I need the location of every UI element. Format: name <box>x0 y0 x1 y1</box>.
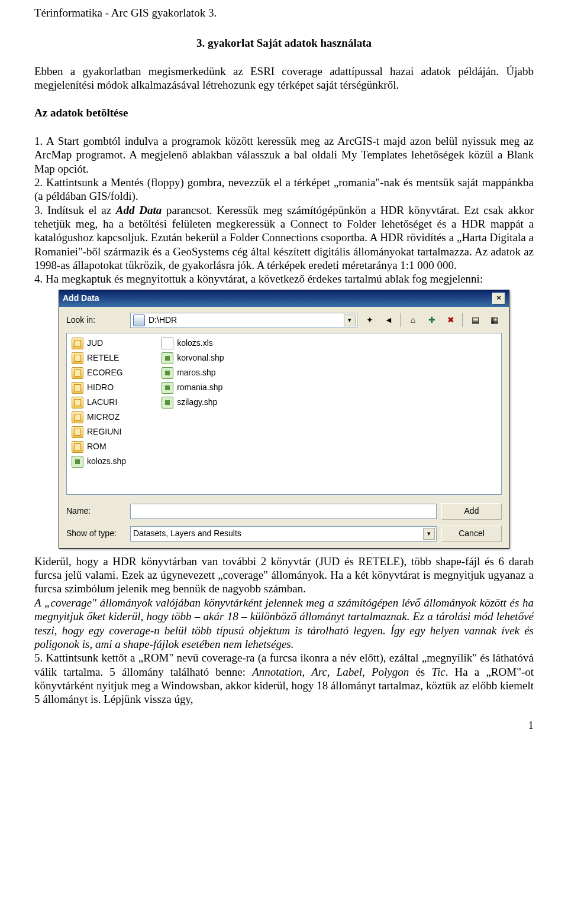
file-name: ROM <box>87 442 106 452</box>
coverage-tic: Tic <box>431 666 445 678</box>
home-icon[interactable]: ⌂ <box>405 313 421 328</box>
file-name: MICROZ <box>87 412 120 422</box>
exercise-title: 3. gyakorlat Saját adatok használata <box>34 36 534 50</box>
coverage-icon <box>72 426 83 438</box>
list-item[interactable]: LACURI <box>72 396 126 409</box>
list-item[interactable]: HIDRO <box>72 381 126 394</box>
file-name: korvonal.shp <box>177 353 224 363</box>
name-label: Name: <box>66 506 125 516</box>
dialog-title-text: Add Data <box>63 293 99 303</box>
file-name: RETELE <box>87 353 119 363</box>
lookin-value: D:\HDR <box>149 315 177 325</box>
disconnect-folder-icon[interactable]: ✖ <box>443 313 459 328</box>
shapefile-icon <box>72 456 83 468</box>
lookin-label: Look in: <box>66 315 125 325</box>
show-type-label: Show of type: <box>66 529 125 539</box>
paragraph-after-dialog: Kiderül, hogy a HDR könyvtárban van tová… <box>34 555 534 596</box>
list-item[interactable]: korvonal.shp <box>162 352 224 365</box>
dialog-titlebar: Add Data × <box>59 290 509 307</box>
file-name: kolozs.xls <box>177 338 213 348</box>
add-button[interactable]: Add <box>441 503 502 520</box>
list-item-4: 4. Ha megkaptuk és megnyitottuk a könyvt… <box>34 272 534 286</box>
coverage-icon <box>72 441 83 453</box>
list-item[interactable]: ROM <box>72 440 126 453</box>
list-view-icon[interactable]: ▤ <box>467 313 483 328</box>
list-item[interactable]: romania.shp <box>162 381 224 394</box>
coverage-icon <box>72 382 83 394</box>
show-type-value: Datasets, Layers and Results <box>133 529 241 539</box>
list-item[interactable]: szilagy.shp <box>162 396 224 409</box>
list-item-1: 1. A Start gombtól indulva a programok k… <box>34 134 534 176</box>
file-name: romania.shp <box>177 382 222 393</box>
list-item[interactable]: kolozs.xls <box>162 337 224 350</box>
cancel-button[interactable]: Cancel <box>441 526 502 542</box>
chevron-down-icon[interactable]: ▾ <box>423 528 435 540</box>
list-item[interactable]: REGIUNI <box>72 426 126 439</box>
shapefile-icon <box>162 397 173 408</box>
section-heading: Az adatok betöltése <box>34 106 534 119</box>
file-name: szilagy.shp <box>177 397 217 407</box>
list-item[interactable]: ECOREG <box>72 367 126 380</box>
connect-folder-icon[interactable]: ✚ <box>424 313 440 328</box>
dialog-toolbar: ✦ ◄ ⌂ ✚ ✖ ▤ ▦ <box>362 313 502 328</box>
coverage-icon <box>72 352 83 364</box>
post-dialog-text: Kiderül, hogy a HDR könyvtárban van tová… <box>34 555 534 706</box>
list-5-mid: és <box>409 666 431 678</box>
file-name: REGIUNI <box>87 427 121 437</box>
page-header: Térinformatika - Arc GIS gyakorlatok 3. <box>34 6 534 20</box>
file-name: JUD <box>87 338 103 348</box>
coverage-explanation: A „coverage" állományok valójában könyvt… <box>34 596 534 651</box>
file-name: HIDRO <box>87 382 114 393</box>
coverage-icon <box>72 411 83 423</box>
list-3-text-a: 3. Indítsuk el az <box>34 204 116 216</box>
intro-paragraph: Ebben a gyakorlatban megismerkedünk az E… <box>34 64 534 92</box>
page-number: 1 <box>34 706 534 732</box>
list-item-5: 5. Kattintsunk kettőt a „ROM" nevű cover… <box>34 651 534 706</box>
shapefile-icon <box>162 382 173 394</box>
file-name: kolozs.shp <box>87 456 126 466</box>
add-data-command: Add Data <box>116 204 162 216</box>
details-view-icon[interactable]: ▦ <box>486 313 502 328</box>
list-item[interactable]: MICROZ <box>72 411 126 424</box>
file-name: LACURI <box>87 397 117 407</box>
file-name: ECOREG <box>87 368 123 378</box>
name-input[interactable] <box>130 504 437 519</box>
separator <box>462 313 464 327</box>
coverage-icon <box>72 367 83 379</box>
instruction-list: 1. A Start gombtól indulva a programok k… <box>34 134 534 286</box>
separator <box>400 313 402 327</box>
coverage-items: Annotation, Arc, Label, Polygon <box>252 666 409 678</box>
list-item[interactable]: kolozs.shp <box>72 455 126 468</box>
lookin-select[interactable]: D:\HDR ▾ <box>130 313 357 328</box>
shapefile-icon <box>162 367 173 379</box>
chevron-down-icon[interactable]: ▾ <box>344 315 356 326</box>
back-icon[interactable]: ◄ <box>381 313 396 328</box>
file-list-pane[interactable]: JUD RETELE ECOREG HIDRO LACURI MICROZ RE… <box>66 333 502 495</box>
coverage-icon <box>72 397 83 408</box>
xls-icon <box>162 338 173 349</box>
show-type-select[interactable]: Datasets, Layers and Results ▾ <box>130 526 437 542</box>
list-item[interactable]: RETELE <box>72 352 126 365</box>
up-folder-icon[interactable]: ✦ <box>362 313 377 328</box>
list-item[interactable]: maros.shp <box>162 367 224 380</box>
coverage-icon <box>72 338 83 349</box>
add-data-dialog: Add Data × Look in: D:\HDR ▾ ✦ ◄ ⌂ ✚ ✖ <box>59 290 509 549</box>
close-icon[interactable]: × <box>492 293 505 304</box>
list-item[interactable]: JUD <box>72 337 126 350</box>
shapefile-icon <box>162 352 173 364</box>
disk-icon <box>133 315 145 326</box>
file-name: maros.shp <box>177 368 215 378</box>
list-item-3: 3. Indítsuk el az Add Data parancsot. Ke… <box>34 203 534 273</box>
list-item-2: 2. Kattintsunk a Mentés (floppy) gombra,… <box>34 176 534 203</box>
